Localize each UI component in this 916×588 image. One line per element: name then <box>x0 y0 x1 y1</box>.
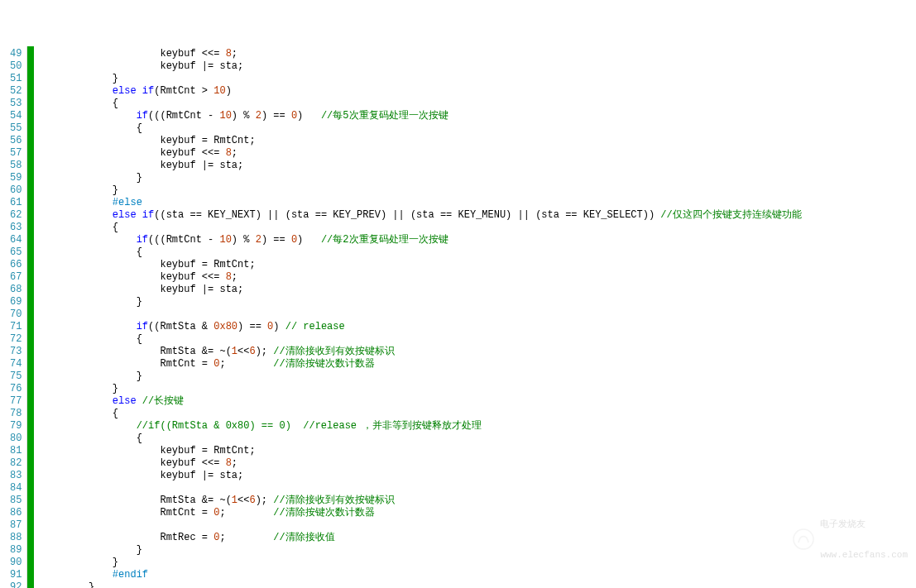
code-line: keybuf <<= 8; <box>41 457 916 470</box>
line-number: 82 <box>10 457 22 470</box>
watermark-url: www.elecfans.com <box>820 550 908 560</box>
code-line: if(((RmtCnt - 10) % 2) == 0) //每2次重复码处理一… <box>41 234 916 246</box>
code-line: keybuf = RmtCnt; <box>41 135 916 147</box>
code-line: #else <box>41 197 916 209</box>
code-line: { <box>41 408 916 420</box>
code-line: { <box>41 98 916 110</box>
code-line: keybuf <<= 8; <box>41 147 916 160</box>
code-line: keybuf <<= 8; <box>41 48 916 60</box>
line-number: 70 <box>10 308 22 321</box>
code-line: RmtCnt = 0; //清除按键次数计数器 <box>41 507 916 519</box>
code-line: RmtSta &= ~(1<<6); //清除接收到有效按键标识 <box>41 346 916 358</box>
line-number: 59 <box>10 172 22 184</box>
line-number: 80 <box>10 433 22 445</box>
line-number: 50 <box>10 60 22 73</box>
line-number: 87 <box>10 519 22 532</box>
line-number: 52 <box>10 85 22 98</box>
line-number: 83 <box>10 470 22 482</box>
code-line: else //长按键 <box>41 395 916 408</box>
line-number: 86 <box>10 507 22 519</box>
code-line: keybuf = RmtCnt; <box>41 445 916 457</box>
watermark: 电子发烧友 www.elecfans.com <box>792 498 908 580</box>
code-line <box>41 519 916 532</box>
change-margin <box>27 46 34 588</box>
line-number: 51 <box>10 73 22 85</box>
code-area: keybuf <<= 8; keybuf |= sta; } else if(R… <box>34 46 916 588</box>
line-number: 77 <box>10 395 22 408</box>
code-line: } <box>41 172 916 184</box>
line-number: 57 <box>10 147 22 160</box>
line-number: 90 <box>10 557 22 569</box>
line-number: 72 <box>10 333 22 346</box>
code-line: keybuf |= sta; <box>41 284 916 296</box>
code-line: RmtSta &= ~(1<<6); //清除接收到有效按键标识 <box>41 495 916 507</box>
line-number: 73 <box>10 346 22 358</box>
code-line: #endif <box>41 569 916 581</box>
code-line: } <box>41 370 916 383</box>
code-line: if((RmtSta & 0x80) == 0) // release <box>41 321 916 333</box>
code-line: { <box>41 333 916 346</box>
line-number: 85 <box>10 495 22 507</box>
line-number: 89 <box>10 544 22 557</box>
line-number: 92 <box>10 581 22 588</box>
line-number-gutter: 4950515253545556575859606162636465666768… <box>0 46 27 588</box>
line-number: 65 <box>10 246 22 259</box>
line-number: 66 <box>10 259 22 271</box>
code-line: keybuf = RmtCnt; <box>41 259 916 271</box>
line-number: 64 <box>10 234 22 246</box>
line-number: 78 <box>10 408 22 420</box>
line-number: 49 <box>10 48 22 60</box>
code-line: { <box>41 246 916 259</box>
line-number: 60 <box>10 184 22 197</box>
line-number: 88 <box>10 532 22 544</box>
code-line: } <box>41 581 916 588</box>
code-viewer: 4950515253545556575859606162636465666768… <box>0 46 916 588</box>
code-line: //if((RmtSta & 0x80) == 0) //release ，并非… <box>41 420 916 433</box>
code-line: else if((sta == KEY_NEXT) || (sta == KEY… <box>41 209 916 222</box>
code-line <box>41 482 916 495</box>
code-line: } <box>41 544 916 557</box>
code-line: keybuf |= sta; <box>41 160 916 172</box>
code-line: } <box>41 73 916 85</box>
code-line: } <box>41 296 916 308</box>
watermark-title: 电子发烧友 <box>820 518 908 530</box>
code-line: else if(RmtCnt > 10) <box>41 85 916 98</box>
line-number: 56 <box>10 135 22 147</box>
code-line: keybuf <<= 8; <box>41 271 916 284</box>
line-number: 75 <box>10 370 22 383</box>
line-number: 58 <box>10 160 22 172</box>
line-number: 71 <box>10 321 22 333</box>
code-line: { <box>41 222 916 234</box>
code-line: { <box>41 433 916 445</box>
line-number: 81 <box>10 445 22 457</box>
line-number: 54 <box>10 110 22 122</box>
code-line: RmtRec = 0; //清除接收值 <box>41 532 916 544</box>
svg-point-0 <box>794 529 813 549</box>
code-line: RmtCnt = 0; //清除按键次数计数器 <box>41 358 916 370</box>
code-line: keybuf |= sta; <box>41 470 916 482</box>
code-line: } <box>41 383 916 395</box>
watermark-icon <box>792 528 815 551</box>
line-number: 91 <box>10 569 22 581</box>
line-number: 69 <box>10 296 22 308</box>
code-line: } <box>41 184 916 197</box>
line-number: 79 <box>10 420 22 433</box>
code-line: keybuf |= sta; <box>41 60 916 73</box>
line-number: 63 <box>10 222 22 234</box>
code-line: { <box>41 122 916 135</box>
line-number: 68 <box>10 284 22 296</box>
line-number: 84 <box>10 482 22 495</box>
code-line <box>41 308 916 321</box>
line-number: 55 <box>10 122 22 135</box>
code-line: if(((RmtCnt - 10) % 2) == 0) //每5次重复码处理一… <box>41 110 916 122</box>
line-number: 76 <box>10 383 22 395</box>
line-number: 74 <box>10 358 22 370</box>
line-number: 61 <box>10 197 22 209</box>
code-line: } <box>41 557 916 569</box>
line-number: 62 <box>10 209 22 222</box>
line-number: 67 <box>10 271 22 284</box>
line-number: 53 <box>10 98 22 110</box>
